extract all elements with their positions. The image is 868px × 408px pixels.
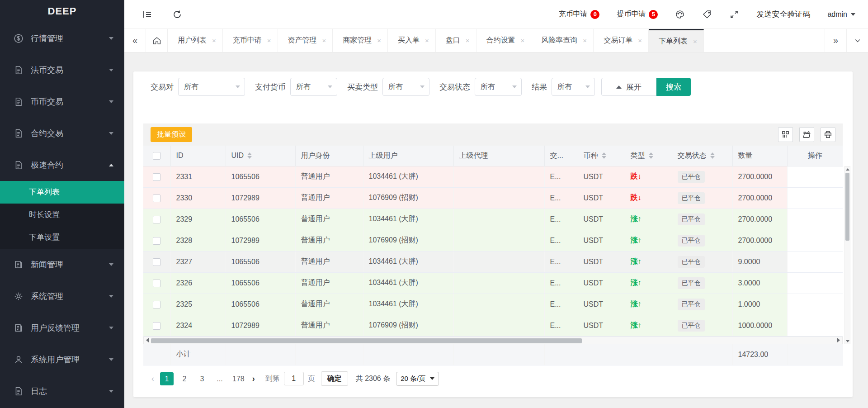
scroll-left-arrow[interactable]: [144, 337, 151, 344]
column-header-coin[interactable]: 币种: [578, 146, 625, 166]
scrollbar-thumb[interactable]: [845, 173, 849, 241]
cell-id: 2324: [176, 322, 193, 329]
deposit-requests-link[interactable]: 充币申请 0: [558, 9, 599, 19]
tab-deposit-requests[interactable]: 充币申请×: [223, 29, 278, 52]
theme-palette-icon[interactable]: [675, 9, 685, 19]
close-tab-icon[interactable]: ×: [377, 37, 381, 44]
column-header-identity: 用户身份: [295, 146, 363, 166]
page-button-2[interactable]: 2: [178, 372, 191, 385]
sidebar-item-news[interactable]: 新闻管理: [0, 249, 124, 280]
home-tab-button[interactable]: [146, 29, 168, 52]
batch-preset-button[interactable]: 批量预设: [151, 127, 192, 142]
tab-risk-rate-query[interactable]: 风险率查询×: [531, 29, 594, 52]
close-tab-icon[interactable]: ×: [322, 37, 326, 44]
sidebar-item-system[interactable]: 系统管理: [0, 280, 124, 312]
trade-type-select[interactable]: 所有: [382, 78, 429, 96]
prev-page-button[interactable]: ‹: [150, 374, 156, 384]
page-button-1[interactable]: 1: [160, 372, 174, 385]
scroll-up-arrow[interactable]: [845, 166, 850, 172]
close-tab-icon[interactable]: ×: [638, 37, 642, 44]
select-all-checkbox[interactable]: [153, 152, 160, 160]
row-checkbox[interactable]: [153, 173, 160, 181]
sort-icon[interactable]: [602, 152, 606, 159]
goto-page-input[interactable]: [284, 372, 304, 385]
close-tab-icon[interactable]: ×: [693, 38, 697, 45]
cell-identity: 普通用户: [301, 300, 330, 308]
tab-order-list[interactable]: 下单列表×: [649, 29, 704, 52]
scroll-tabs-right-button[interactable]: »: [825, 29, 846, 52]
row-checkbox[interactable]: [153, 237, 160, 245]
row-checkbox[interactable]: [153, 322, 160, 330]
vertical-scrollbar[interactable]: [844, 166, 850, 344]
column-settings-button[interactable]: [778, 127, 793, 142]
column-header-trade-status[interactable]: 交易状态: [672, 146, 732, 166]
withdraw-requests-link[interactable]: 提币申请 5: [617, 9, 658, 19]
sidebar-item-label: 币币交易: [31, 96, 109, 107]
sort-icon[interactable]: [710, 152, 715, 159]
export-button[interactable]: [799, 127, 814, 142]
collapse-menu-icon[interactable]: [142, 9, 152, 19]
horizontal-scrollbar[interactable]: [143, 337, 843, 344]
sidebar-subitem-duration-settings[interactable]: 时长设置: [0, 204, 124, 226]
sidebar-subitem-order-list[interactable]: 下单列表: [0, 181, 124, 204]
next-page-button[interactable]: ›: [250, 374, 257, 384]
column-header-type[interactable]: 类型: [625, 146, 672, 166]
expand-filters-button[interactable]: 展开: [601, 78, 656, 96]
send-security-code-button[interactable]: 发送安全验证码: [756, 9, 810, 19]
page-button-178[interactable]: 178: [231, 372, 246, 385]
sidebar-item-system-users[interactable]: 系统用户管理: [0, 344, 124, 375]
chevron-down-icon: [109, 358, 113, 361]
sidebar-item-coin-trade[interactable]: 币币交易: [0, 86, 124, 118]
tab-buy-orders[interactable]: 买入单×: [388, 29, 436, 52]
scroll-tabs-left-button[interactable]: «: [124, 29, 146, 52]
scroll-right-arrow[interactable]: [835, 337, 842, 344]
confirm-page-button[interactable]: 确定: [321, 371, 348, 386]
close-tab-icon[interactable]: ×: [425, 37, 429, 44]
column-header-uid[interactable]: UID: [226, 146, 295, 166]
row-checkbox[interactable]: [153, 280, 160, 287]
sidebar-item-fiat-trade[interactable]: 法币交易: [0, 54, 124, 86]
sidebar-item-contract-trade[interactable]: 合约交易: [0, 118, 124, 149]
sidebar-item-logs[interactable]: 日志: [0, 375, 124, 407]
tag-icon[interactable]: [702, 9, 712, 19]
tab-order-book[interactable]: 盘口×: [436, 29, 476, 52]
scrollbar-track[interactable]: [151, 337, 835, 344]
trading-pair-select[interactable]: 所有: [178, 78, 245, 96]
tab-user-list[interactable]: 用户列表×: [168, 29, 223, 52]
row-checkbox[interactable]: [153, 216, 160, 223]
sidebar-item-feedback[interactable]: 用户反馈管理: [0, 312, 124, 344]
tab-contract-settings[interactable]: 合约设置×: [476, 29, 532, 52]
tabs-menu-button[interactable]: [846, 29, 868, 52]
pay-currency-select[interactable]: 所有: [290, 78, 337, 96]
sidebar-item-fast-contract[interactable]: 极速合约: [0, 149, 124, 181]
row-checkbox[interactable]: [153, 258, 160, 266]
scrollbar-thumb[interactable]: [151, 338, 582, 343]
filter-label: 交易对: [151, 82, 174, 92]
close-tab-icon[interactable]: ×: [267, 37, 271, 44]
close-tab-icon[interactable]: ×: [212, 37, 216, 44]
sort-icon[interactable]: [649, 152, 653, 159]
trade-status-select[interactable]: 所有: [475, 78, 522, 96]
user-menu[interactable]: admin: [827, 10, 855, 19]
tab-asset-management[interactable]: 资产管理×: [278, 29, 333, 52]
tab-trade-orders[interactable]: 交易订单×: [594, 29, 649, 52]
fullscreen-icon[interactable]: [729, 9, 739, 19]
close-tab-icon[interactable]: ×: [521, 37, 525, 44]
page-size-select[interactable]: 20 条/页: [396, 372, 439, 386]
close-tab-icon[interactable]: ×: [583, 37, 587, 44]
print-button[interactable]: [821, 127, 835, 142]
search-button[interactable]: 搜索: [656, 78, 691, 96]
row-checkbox[interactable]: [153, 301, 160, 308]
close-tab-icon[interactable]: ×: [466, 37, 470, 44]
row-checkbox[interactable]: [153, 195, 160, 202]
refresh-icon[interactable]: [172, 9, 182, 19]
tab-merchant-management[interactable]: 商家管理×: [333, 29, 388, 52]
sidebar-subitem-order-settings[interactable]: 下单设置: [0, 226, 124, 249]
tab-label: 风险率查询: [541, 36, 577, 45]
sort-icon[interactable]: [247, 152, 252, 159]
result-select[interactable]: 所有: [552, 78, 595, 96]
page-button-3[interactable]: 3: [195, 372, 209, 385]
sidebar-item-market[interactable]: 行情管理: [0, 23, 124, 54]
page-ellipsis: ...: [213, 372, 226, 385]
scroll-down-arrow[interactable]: [845, 338, 850, 344]
